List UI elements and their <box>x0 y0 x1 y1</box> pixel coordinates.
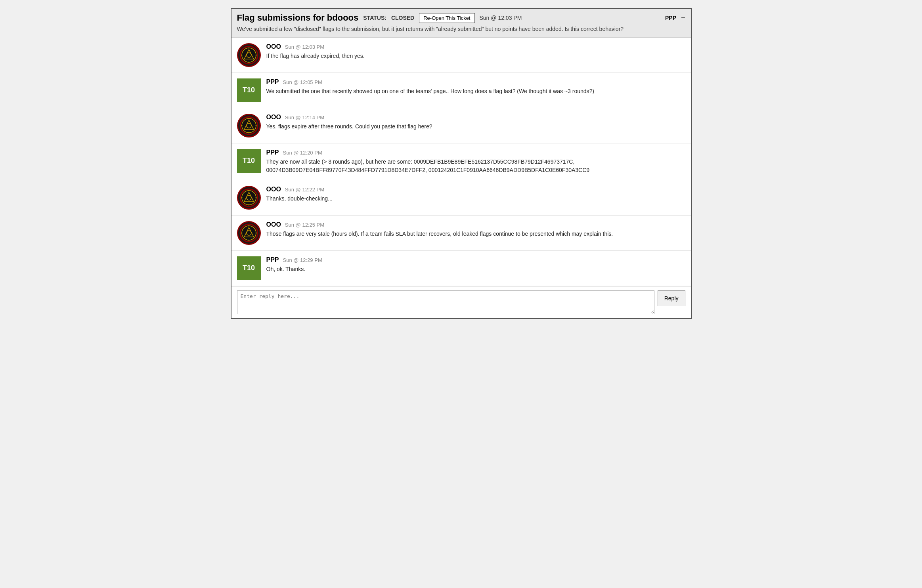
message-text: Yes, flags expire after three rounds. Co… <box>266 122 685 131</box>
message-header: PPPSun @ 12:29 PM <box>266 256 685 263</box>
message-row: OOOSun @ 12:03 PMIf the flag has already… <box>231 38 691 73</box>
message-row: T10PPPSun @ 12:20 PMThey are now all sta… <box>231 143 691 180</box>
message-header: OOOSun @ 12:25 PM <box>266 221 685 228</box>
message-text: Those flags are very stale (hours old). … <box>266 230 685 238</box>
message-header: OOOSun @ 12:14 PM <box>266 114 685 121</box>
ticket-time: Sun @ 12:03 PM <box>480 15 522 21</box>
message-author: PPP <box>266 78 279 86</box>
svg-point-30 <box>241 232 242 233</box>
message-header: PPPSun @ 12:20 PM <box>266 149 685 156</box>
avatar: T10 <box>237 149 261 173</box>
svg-point-23 <box>255 197 256 198</box>
svg-point-5 <box>248 61 249 63</box>
message-header: OOOSun @ 12:03 PM <box>266 43 685 50</box>
message-content: OOOSun @ 12:14 PMYes, flags expire after… <box>266 114 685 131</box>
message-timestamp: Sun @ 12:29 PM <box>283 257 322 263</box>
message-author: PPP <box>266 149 279 156</box>
message-text: If the flag has already expired, then ye… <box>266 52 685 60</box>
svg-point-21 <box>248 204 249 205</box>
message-row: T10PPPSun @ 12:05 PMWe submitted the one… <box>231 73 691 108</box>
svg-point-13 <box>248 132 249 133</box>
ticket-header: Flag submissions for bdooos STATUS: CLOS… <box>231 9 691 38</box>
reopen-button[interactable]: Re-Open This Ticket <box>419 13 474 23</box>
message-row: OOOSun @ 12:25 PMThose flags are very st… <box>231 216 691 251</box>
message-text: They are now all stale (> 3 rounds ago),… <box>266 158 685 174</box>
svg-point-31 <box>255 232 256 233</box>
message-text: We submitted the one that recently showe… <box>266 87 685 95</box>
avatar <box>237 114 261 137</box>
message-content: PPPSun @ 12:05 PMWe submitted the one th… <box>266 78 685 95</box>
svg-point-22 <box>241 197 242 198</box>
ticket-title: Flag submissions for bdooos <box>237 13 359 23</box>
message-text: Oh, ok. Thanks. <box>266 265 685 273</box>
message-header: OOOSun @ 12:22 PM <box>266 186 685 193</box>
ticket-user: PPP <box>665 15 676 21</box>
message-row: T10PPPSun @ 12:29 PMOh, ok. Thanks. <box>231 251 691 286</box>
avatar <box>237 43 261 67</box>
svg-point-29 <box>248 239 249 241</box>
reply-input[interactable] <box>237 290 654 314</box>
svg-point-12 <box>248 118 249 119</box>
message-content: PPPSun @ 12:29 PMOh, ok. Thanks. <box>266 256 685 273</box>
avatar: T10 <box>237 256 261 280</box>
message-timestamp: Sun @ 12:20 PM <box>283 150 322 156</box>
message-content: OOOSun @ 12:22 PMThanks, double-checking… <box>266 186 685 203</box>
message-author: OOO <box>266 221 281 228</box>
avatar <box>237 221 261 245</box>
ticket-description: We've submitted a few "disclosed" flags … <box>237 25 685 33</box>
avatar <box>237 186 261 210</box>
message-author: OOO <box>266 114 281 121</box>
svg-point-4 <box>248 47 249 48</box>
message-timestamp: Sun @ 12:05 PM <box>283 79 322 85</box>
message-timestamp: Sun @ 12:25 PM <box>285 222 324 228</box>
reply-button[interactable]: Reply <box>658 290 685 306</box>
message-author: OOO <box>266 186 281 193</box>
ticket-container: Flag submissions for bdooos STATUS: CLOS… <box>231 8 692 319</box>
reply-area: Reply <box>231 286 691 318</box>
svg-point-6 <box>241 54 242 55</box>
message-author: OOO <box>266 43 281 50</box>
avatar: T10 <box>237 78 261 102</box>
svg-point-7 <box>255 54 256 55</box>
message-timestamp: Sun @ 12:03 PM <box>285 44 324 50</box>
message-content: OOOSun @ 12:25 PMThose flags are very st… <box>266 221 685 238</box>
messages-area: OOOSun @ 12:03 PMIf the flag has already… <box>231 38 691 286</box>
svg-point-15 <box>255 125 256 126</box>
message-content: PPPSun @ 12:20 PMThey are now all stale … <box>266 149 685 174</box>
message-row: OOOSun @ 12:22 PMThanks, double-checking… <box>231 180 691 216</box>
message-text: Thanks, double-checking... <box>266 195 685 203</box>
minimize-button[interactable]: − <box>681 14 685 22</box>
message-header: PPPSun @ 12:05 PM <box>266 78 685 86</box>
message-timestamp: Sun @ 12:22 PM <box>285 187 324 193</box>
svg-point-20 <box>248 190 249 191</box>
svg-point-14 <box>241 125 242 126</box>
message-content: OOOSun @ 12:03 PMIf the flag has already… <box>266 43 685 60</box>
status-value: CLOSED <box>391 15 414 21</box>
message-author: PPP <box>266 256 279 263</box>
message-timestamp: Sun @ 12:14 PM <box>285 115 324 120</box>
svg-point-28 <box>248 225 249 226</box>
status-label: STATUS: <box>363 15 386 21</box>
message-row: OOOSun @ 12:14 PMYes, flags expire after… <box>231 108 691 143</box>
